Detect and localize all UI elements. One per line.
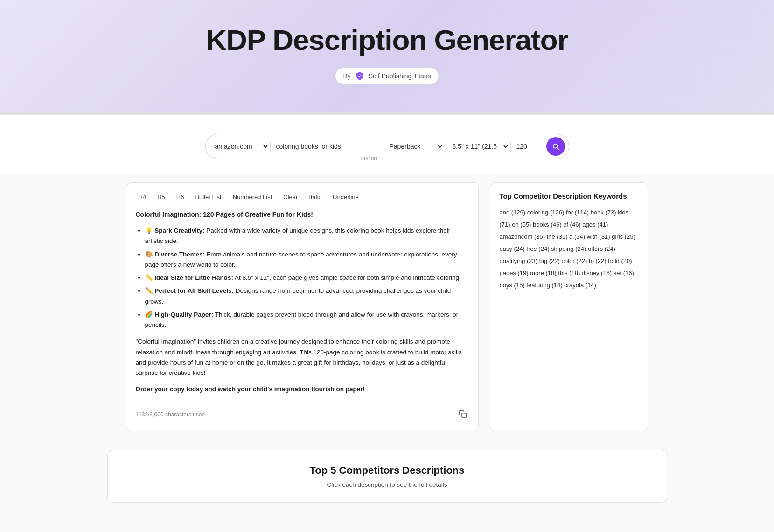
keyword-item: for (114): [566, 209, 589, 216]
by-label: By: [343, 72, 350, 80]
keyword-item: color (22): [561, 257, 587, 264]
keyword-item: more (18): [530, 269, 556, 276]
brand-badge: By Self Publishing Titans: [335, 68, 439, 84]
brand-name: Self Publishing Titans: [369, 72, 431, 80]
format-select[interactable]: Paperback Hardcover Kindle: [383, 139, 444, 153]
h5-button[interactable]: H5: [154, 192, 168, 202]
keyword-item: with (31): [587, 233, 610, 240]
size-select[interactable]: 8.5" x 11" (21.5 6" x 9" 5" x 8": [446, 139, 509, 153]
content-paragraph1: "Colorful Imagination" invites children …: [136, 337, 469, 378]
keyword-item: shipping (24): [551, 245, 586, 252]
keyword-item: a (34): [569, 233, 585, 240]
keyword-item: coloring (126): [527, 209, 565, 216]
editor-footer: 1132/4,000 characters used: [136, 402, 469, 421]
keyword-input[interactable]: [272, 140, 381, 153]
keyword-item: qualifying (23): [500, 257, 538, 264]
keyword-item: amazoncom (35): [500, 233, 545, 240]
keyword-item: disney (16): [582, 269, 612, 276]
bullet-item-4: ✏️ Perfect for All Skill Levels: Designs…: [145, 286, 469, 307]
keyword-wrapper: 99/100: [272, 140, 381, 153]
pages-input[interactable]: [512, 140, 544, 153]
underline-button[interactable]: Underline: [330, 192, 362, 202]
editor-toolbar: H4 H5 H6 Bullet List Numbered List Clear…: [136, 192, 469, 202]
keywords-list: and (129) coloring (126) for (114) book …: [500, 207, 639, 291]
bullet-item-5: 🌈 High-Quality Paper: Thick, durable pag…: [145, 310, 469, 331]
cta-text: Order your copy today and watch your chi…: [136, 386, 365, 393]
keyword-item: this (18): [558, 269, 580, 276]
bullet-item-1: 💡 Spark Creativity: Packed with a wide v…: [145, 226, 469, 247]
divider2: [382, 141, 382, 152]
main-content: H4 H5 H6 Bullet List Numbered List Clear…: [107, 173, 667, 450]
search-bar: amazon.com amazon.co.uk amazon.de 99/100…: [205, 134, 569, 159]
search-button[interactable]: [546, 137, 565, 156]
divider3: [445, 141, 445, 152]
keyword-item: of (46): [563, 221, 581, 228]
divider4: [510, 141, 511, 152]
bullet3-label: 📏 Ideal Size for Little Hands:: [145, 274, 234, 281]
bullet-list-button[interactable]: Bullet List: [192, 192, 224, 202]
h4-button[interactable]: H4: [136, 192, 149, 202]
bullet4-label: ✏️ Perfect for All Skill Levels:: [145, 287, 234, 294]
bullet-item-3: 📏 Ideal Size for Little Hands: At 8.5" x…: [145, 273, 469, 283]
keyword-item: big (22): [539, 257, 560, 264]
divider: [270, 141, 271, 152]
content-bullet-list: 💡 Spark Creativity: Packed with a wide v…: [136, 226, 469, 330]
clear-button[interactable]: Clear: [280, 192, 300, 202]
keyword-item: crayola (14): [564, 282, 596, 289]
competitors-title: Top 5 Competitors Descriptions: [126, 464, 648, 477]
brand-icon: [355, 71, 365, 81]
marketplace-select[interactable]: amazon.com amazon.co.uk amazon.de: [209, 139, 269, 153]
keyword-item: free (24): [526, 245, 549, 252]
content-cta: Order your copy today and watch your chi…: [136, 384, 469, 394]
keywords-panel: Top Competitor Description Keywords and …: [490, 182, 648, 431]
keyword-item: book (73): [591, 209, 616, 216]
keyword-item: to (22): [589, 257, 607, 264]
bullet5-label: 🌈 High-Quality Paper:: [145, 311, 214, 318]
editor-content[interactable]: Colorful Imagination: 120 Pages of Creat…: [136, 209, 469, 394]
char-count: 99/100: [361, 156, 377, 161]
svg-rect-0: [461, 413, 466, 418]
keyword-item: easy (24): [500, 245, 525, 252]
editor-panel: H4 H5 H6 Bullet List Numbered List Clear…: [126, 182, 479, 431]
competitors-section: Top 5 Competitors Descriptions Click eac…: [107, 450, 667, 503]
bullet2-label: 🎨 Diverse Themes:: [145, 251, 205, 258]
keyword-item: pages (19): [500, 269, 529, 276]
keyword-item: bold (20): [608, 257, 632, 264]
page-title: KDP Description Generator: [9, 23, 765, 56]
bullet3-text: At 8.5" x 11", each page gives ample spa…: [233, 274, 461, 281]
keyword-item: books (46): [533, 221, 561, 228]
keywords-title: Top Competitor Description Keywords: [500, 192, 639, 200]
numbered-list-button[interactable]: Numbered List: [230, 192, 275, 202]
search-section: amazon.com amazon.co.uk amazon.de 99/100…: [0, 115, 774, 173]
italic-button[interactable]: Italic: [306, 192, 324, 202]
copy-button[interactable]: [457, 408, 469, 421]
copy-icon: [459, 410, 467, 418]
competitors-wrapper: Top 5 Competitors Descriptions Click eac…: [89, 450, 686, 532]
h6-button[interactable]: H6: [174, 192, 187, 202]
bullet-item-2: 🎨 Diverse Themes: From animals and natur…: [145, 249, 469, 270]
content-title: Colorful Imagination: 120 Pages of Creat…: [136, 209, 469, 220]
char-used: 1132/4,000 characters used: [136, 411, 205, 418]
keyword-item: featuring (14): [526, 282, 562, 289]
competitors-subtitle: Click each description to see the full d…: [126, 481, 648, 488]
bullet1-label: 💡 Spark Creativity:: [145, 227, 205, 234]
keyword-item: ages (41): [582, 221, 608, 228]
keyword-item: girls (25): [612, 233, 635, 240]
keyword-item: the (35): [547, 233, 568, 240]
keyword-item: set (16): [614, 269, 634, 276]
keyword-item: offers (24): [588, 245, 615, 252]
page-header: KDP Description Generator By Self Publis…: [0, 0, 774, 112]
keyword-item: on (55): [512, 221, 531, 228]
keyword-item: boys (15): [500, 282, 525, 289]
keyword-item: and (129): [500, 209, 526, 216]
search-icon: [551, 142, 560, 151]
